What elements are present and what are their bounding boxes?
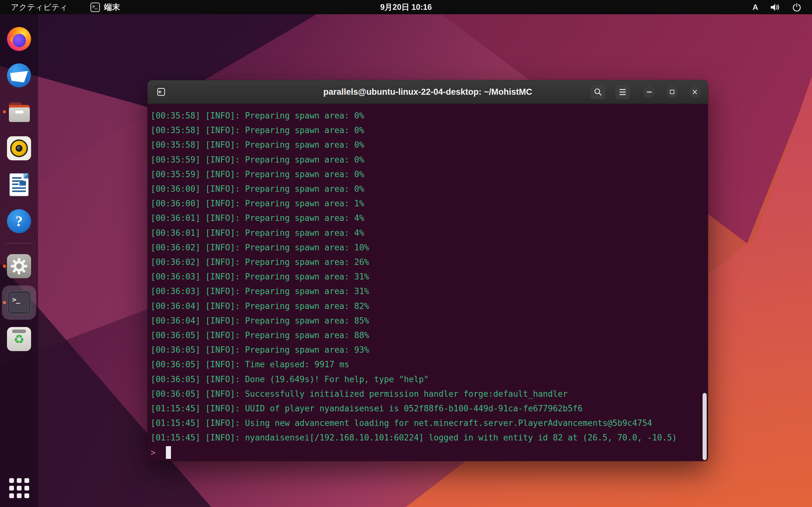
volume-icon[interactable] xyxy=(770,3,780,12)
log-line: [00:36:02] [INFO]: Preparing spawn area:… xyxy=(151,255,705,269)
terminal-window: parallels@ubuntu-linux-22-04-desktop: ~/… xyxy=(148,80,708,461)
minimize-icon xyxy=(647,92,652,93)
log-line: [00:36:05] [INFO]: Preparing spawn area:… xyxy=(151,343,705,357)
settings-gear-icon xyxy=(7,254,31,278)
input-method-indicator[interactable]: A xyxy=(753,3,758,12)
log-line: [01:15:45] [INFO]: UUID of player nyanda… xyxy=(151,401,705,416)
terminal-app-icon: >_ xyxy=(7,291,31,315)
new-tab-button[interactable] xyxy=(154,84,168,99)
help-icon: ? xyxy=(7,209,31,233)
log-line: [00:36:03] [INFO]: Preparing spawn area:… xyxy=(151,284,705,298)
log-line: [00:36:05] [INFO]: Done (19.649s)! For h… xyxy=(151,372,705,387)
minimize-button[interactable] xyxy=(643,86,655,98)
dock-item-files[interactable] xyxy=(0,96,38,128)
log-line: [00:36:04] [INFO]: Preparing spawn area:… xyxy=(151,314,705,328)
log-line: [01:15:45] [INFO]: nyandaisensei[/192.16… xyxy=(151,430,705,445)
log-line: [00:36:01] [INFO]: Preparing spawn area:… xyxy=(151,211,705,225)
show-applications-button[interactable] xyxy=(9,478,29,498)
maximize-icon xyxy=(670,90,674,94)
log-line: [00:36:05] [INFO]: Successfully initiali… xyxy=(151,387,705,401)
log-line: [00:36:05] [INFO]: Preparing spawn area:… xyxy=(151,328,705,343)
running-indicator xyxy=(3,110,6,113)
scrollbar-thumb[interactable] xyxy=(703,393,707,460)
search-button[interactable] xyxy=(591,84,605,99)
window-titlebar[interactable]: parallels@ubuntu-linux-22-04-desktop: ~/… xyxy=(148,80,708,104)
terminal-output[interactable]: [00:35:58] [INFO]: Preparing spawn area:… xyxy=(148,104,708,461)
dock-item-help[interactable]: ? xyxy=(0,205,38,237)
focused-app-menu[interactable]: >_ 端末 xyxy=(90,2,120,12)
focused-app-name: 端末 xyxy=(104,2,120,12)
dock-item-settings[interactable] xyxy=(0,250,38,282)
libreoffice-writer-icon xyxy=(7,173,31,197)
trash-icon: ♻ xyxy=(7,327,31,351)
log-line: [00:36:01] [INFO]: Preparing spawn area:… xyxy=(151,226,705,240)
log-line: [00:36:03] [INFO]: Preparing spawn area:… xyxy=(151,269,705,284)
desktop: アクティビティ >_ 端末 9月20日 10:16 A xyxy=(0,0,812,507)
maximize-button[interactable] xyxy=(666,86,678,98)
log-line: [00:35:58] [INFO]: Preparing spawn area:… xyxy=(151,108,705,123)
activities-button[interactable]: アクティビティ xyxy=(8,2,70,12)
dock-item-terminal[interactable]: >_ xyxy=(0,287,38,319)
power-icon[interactable] xyxy=(792,3,801,12)
log-line: [00:36:00] [INFO]: Preparing spawn area:… xyxy=(151,196,705,211)
command-prompt: > xyxy=(151,445,705,460)
search-icon xyxy=(594,88,602,96)
log-line: [01:15:45] [INFO]: Using new advancement… xyxy=(151,416,705,430)
dock-item-rhythmbox[interactable] xyxy=(0,132,38,164)
dock-item-trash[interactable]: ♻ xyxy=(0,323,38,355)
log-line: [00:36:00] [INFO]: Preparing spawn area:… xyxy=(151,181,705,196)
dock-separator xyxy=(6,243,32,243)
dock: ? xyxy=(0,14,38,507)
close-button[interactable]: × xyxy=(689,86,701,98)
text-cursor xyxy=(166,446,171,459)
log-line: [00:35:58] [INFO]: Preparing spawn area:… xyxy=(151,137,705,152)
log-line: [00:35:59] [INFO]: Preparing spawn area:… xyxy=(151,153,705,167)
dock-item-thunderbird[interactable] xyxy=(0,60,38,91)
clock[interactable]: 9月20日 10:16 xyxy=(380,2,432,12)
log-line: [00:35:59] [INFO]: Preparing spawn area:… xyxy=(151,167,705,181)
thunderbird-icon xyxy=(7,63,31,88)
log-line: [00:36:05] [INFO]: Time elapsed: 9917 ms xyxy=(151,357,705,372)
top-bar: アクティビティ >_ 端末 9月20日 10:16 A xyxy=(0,0,812,14)
prompt-symbol: > xyxy=(151,445,160,460)
files-icon xyxy=(7,100,31,124)
dock-item-libreoffice-writer[interactable] xyxy=(0,169,38,201)
terminal-icon: >_ xyxy=(90,3,100,12)
close-icon: × xyxy=(692,88,698,96)
dock-item-firefox[interactable] xyxy=(0,23,38,55)
menu-button[interactable] xyxy=(615,84,630,99)
log-line: [00:35:58] [INFO]: Preparing spawn area:… xyxy=(151,123,705,137)
rhythmbox-icon xyxy=(7,136,31,160)
firefox-icon xyxy=(7,27,31,51)
log-line: [00:36:04] [INFO]: Preparing spawn area:… xyxy=(151,299,705,314)
log-line: [00:36:02] [INFO]: Preparing spawn area:… xyxy=(151,240,705,255)
running-indicator xyxy=(3,265,6,268)
hamburger-icon xyxy=(619,89,626,95)
